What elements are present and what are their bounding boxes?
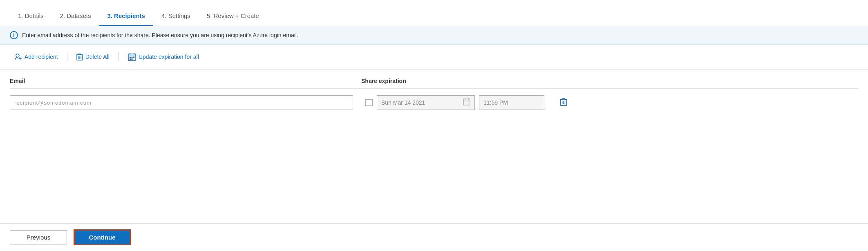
footer: Previous Continue — [0, 223, 868, 251]
svg-rect-17 — [133, 57, 134, 58]
delete-all-button[interactable]: Delete All — [72, 51, 114, 63]
step-nav: 1. Details 2. Datasets 3. Recipients 4. … — [0, 0, 868, 26]
date-value: Sun Mar 14 2021 — [381, 99, 425, 106]
calendar-icon — [463, 98, 470, 107]
update-expiration-icon — [128, 53, 136, 61]
table-area: Email Share expiration Sun Mar 14 2021 — [0, 69, 868, 121]
time-value: 11:59 PM — [483, 99, 508, 106]
row-delete-button[interactable] — [557, 96, 570, 110]
svg-point-0 — [16, 54, 19, 57]
step-recipients[interactable]: 3. Recipients — [99, 7, 153, 26]
svg-rect-19 — [131, 58, 132, 60]
table-header: Email Share expiration — [10, 78, 858, 89]
step-review[interactable]: 5. Review + Create — [199, 7, 267, 26]
add-recipient-button[interactable]: Add recipient — [10, 51, 63, 63]
time-input[interactable]: 11:59 PM — [479, 95, 544, 110]
step-datasets[interactable]: 2. Datasets — [52, 7, 99, 26]
row-delete-icon — [560, 98, 567, 106]
update-expiration-button[interactable]: Update expiration for all — [123, 50, 204, 63]
info-banner: i Enter email address of the recipients … — [0, 26, 868, 45]
expiration-checkbox[interactable] — [365, 99, 373, 106]
col-email-header: Email — [10, 78, 361, 84]
svg-rect-18 — [130, 58, 131, 60]
add-recipient-label: Add recipient — [25, 54, 58, 60]
date-input[interactable]: Sun Mar 14 2021 — [377, 95, 475, 110]
step-settings[interactable]: 4. Settings — [153, 7, 199, 26]
col-expiration-header: Share expiration — [361, 78, 858, 84]
step-details[interactable]: 1. Details — [10, 7, 52, 26]
delete-all-label: Delete All — [85, 54, 110, 60]
email-input[interactable] — [10, 95, 353, 110]
svg-rect-16 — [131, 57, 132, 58]
toolbar: Add recipient Delete All — [0, 45, 868, 69]
info-text: Enter email address of the recipients fo… — [22, 32, 298, 38]
svg-rect-20 — [463, 99, 470, 105]
toolbar-separator-2 — [119, 53, 119, 61]
delete-all-icon — [76, 53, 83, 61]
info-icon: i — [10, 31, 18, 39]
toolbar-separator-1 — [67, 53, 67, 61]
update-expiration-label: Update expiration for all — [139, 54, 199, 60]
previous-button[interactable]: Previous — [10, 230, 67, 244]
add-recipient-icon — [15, 53, 22, 61]
table-row: Sun Mar 14 2021 11:59 PM — [10, 89, 858, 117]
expiration-row: Sun Mar 14 2021 11:59 PM — [365, 95, 570, 110]
continue-button[interactable]: Continue — [74, 229, 131, 245]
svg-rect-15 — [130, 57, 131, 58]
